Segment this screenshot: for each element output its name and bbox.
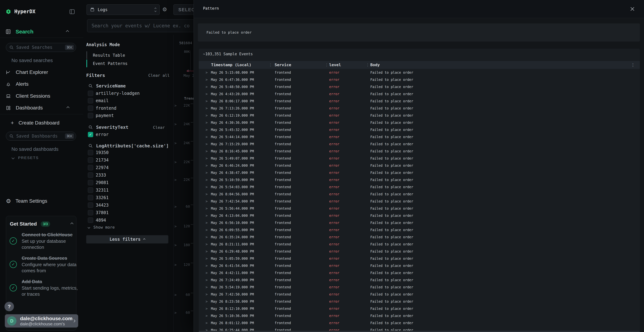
expand-chevron-icon[interactable]: > [174,262,176,267]
saved-searches-input[interactable]: ⌘K [6,43,76,52]
expand-chevron-icon[interactable]: > [206,269,208,276]
table-row[interactable]: > May 26 5:45:32.000 PM frontend error F… [199,126,640,133]
expand-chevron-icon[interactable]: > [206,119,208,126]
filter-checkbox[interactable] [88,113,93,118]
filter-option[interactable]: 4894 [83,216,174,224]
table-row[interactable]: > May 26 7:24:49.000 PM frontend error F… [199,276,640,284]
search-icon[interactable] [88,84,93,88]
trend-row[interactable]: > 22K [174,103,194,107]
show-more-button[interactable]: Show more [88,225,115,230]
table-row[interactable]: > May 26 8:16:45.000 PM frontend error F… [199,148,640,155]
expand-chevron-icon[interactable]: > [174,224,176,228]
expand-chevron-icon[interactable]: > [206,212,208,219]
expand-chevron-icon[interactable]: > [206,83,208,90]
table-row[interactable]: > May 26 5:15:08.000 PM frontend error F… [199,69,640,76]
table-row[interactable]: > May 26 7:13:26.000 PM frontend error F… [199,105,640,112]
filter-option[interactable]: 2333 [83,171,174,179]
expand-chevron-icon[interactable]: > [174,204,176,209]
filter-checkbox[interactable] [88,210,93,215]
expand-chevron-icon[interactable]: > [206,176,208,183]
table-row[interactable]: > May 26 8:06:17.000 PM frontend error F… [199,98,640,105]
table-row[interactable]: > May 26 6:29:48.000 PM frontend error F… [199,248,640,255]
table-row[interactable]: > May 26 4:30:36.000 PM frontend error F… [199,119,640,126]
expand-chevron-icon[interactable]: > [206,98,208,105]
filter-option[interactable]: frontend [83,104,174,112]
filter-option[interactable]: 22974 [83,164,174,171]
table-row[interactable]: > May 26 7:15:29.000 PM frontend error F… [199,140,640,148]
logo[interactable]: HyperDX [6,8,36,14]
filter-checkbox[interactable] [88,195,93,200]
table-row[interactable]: > May 26 6:41:54.000 PM frontend error F… [199,262,640,269]
user-menu[interactable]: D dale@clickhouse.com dale@clickhouse.co… [5,314,78,328]
expand-chevron-icon[interactable]: > [206,319,208,326]
clear-all-filters-button[interactable]: Clear all [148,73,170,78]
trend-row[interactable]: > 60 [174,310,194,314]
chevron-up-icon[interactable] [70,222,74,226]
expand-chevron-icon[interactable]: > [174,293,176,297]
expand-chevron-icon[interactable]: > [206,112,208,119]
filter-option[interactable]: artillery-loadgen [83,90,174,97]
table-row[interactable]: > May 26 6:47:36.000 PM frontend error F… [199,76,640,83]
saved-dashboards-field[interactable] [16,134,65,139]
get-started-item[interactable]: ✓ Add Data Start sending logs, metrics, … [10,278,80,297]
collapse-sidebar-button[interactable] [70,9,75,14]
expand-chevron-icon[interactable]: > [206,248,208,255]
less-filters-button[interactable]: Less filters [86,235,168,244]
filter-option[interactable]: email [83,97,174,105]
table-row[interactable]: > May 26 7:42:54.000 PM frontend error F… [199,198,640,205]
expand-chevron-icon[interactable]: > [206,148,208,155]
table-row[interactable]: > May 26 5:05:59.000 PM frontend error F… [199,255,640,262]
source-select[interactable]: Logs [86,4,160,15]
table-row[interactable]: > May 26 5:10:59.000 PM frontend error F… [199,176,640,183]
expand-chevron-icon[interactable]: > [206,205,208,212]
expand-chevron-icon[interactable]: > [206,291,208,298]
expand-chevron-icon[interactable]: > [206,190,208,198]
trend-row[interactable]: > 60 [174,204,194,208]
table-row[interactable]: > May 26 5:54:19.000 PM frontend error F… [199,284,640,291]
analysis-mode-event-patterns[interactable]: Event Patterns [93,61,128,66]
table-row[interactable]: > May 26 6:12:19.000 PM frontend error F… [199,112,640,119]
filter-checkbox[interactable] [88,158,93,163]
table-row[interactable]: > May 26 6:46:24.000 PM frontend error F… [199,162,640,169]
expand-chevron-icon[interactable]: > [206,276,208,284]
trend-row[interactable]: > 24K [174,122,194,126]
trend-row[interactable]: > 120 [174,262,194,266]
trend-row[interactable]: > 180 [174,243,194,247]
help-button[interactable]: ? [4,302,14,311]
table-row[interactable]: > May 26 6:35:24.000 PM frontend error F… [199,234,640,240]
table-row[interactable]: > May 26 7:42:50.000 PM frontend error F… [199,291,640,298]
presets-toggle[interactable]: PRESETS [12,156,39,160]
filter-checkbox[interactable] [88,188,93,193]
clear-severity-button[interactable]: Clear [153,125,165,130]
table-row[interactable]: > May 26 5:56:44.000 PM frontend error F… [199,205,640,212]
column-header-service[interactable]: Service [274,61,291,69]
expand-chevron-icon[interactable]: > [206,169,208,176]
filter-option[interactable]: 34423 [83,202,174,209]
table-row[interactable]: > May 26 6:09:55.000 PM frontend error F… [199,226,640,234]
get-started-item[interactable]: ✓ Create Data Sources Configure where yo… [10,255,80,274]
saved-dashboards-input[interactable]: ⌘K [6,132,76,140]
analysis-mode-results-table[interactable]: Results Table [93,53,125,58]
filter-checkbox[interactable] [88,98,93,104]
filter-option[interactable]: 32311 [83,186,174,194]
close-button[interactable] [629,5,636,12]
sidebar-item-chart-explorer[interactable]: Chart Explorer [6,70,77,75]
expand-chevron-icon[interactable]: > [206,305,208,312]
column-resize-handle-icon[interactable]: ⋮ [366,61,370,69]
filter-option[interactable]: 21734 [83,156,174,164]
table-row[interactable]: > May 26 5:49:07.000 PM frontend error F… [199,155,640,162]
sidebar-item-dashboards[interactable]: Dashboards [6,105,77,111]
table-row[interactable]: > May 26 8:21:11.000 PM frontend error F… [199,240,640,248]
expand-chevron-icon[interactable]: > [206,126,208,133]
column-header-level[interactable]: level [329,61,341,69]
column-resize-handle-icon[interactable]: ⋮ [325,61,328,69]
saved-searches-field[interactable] [16,45,65,50]
expand-chevron-icon[interactable]: > [206,105,208,112]
filter-checkbox[interactable] [88,91,93,96]
horizontal-scrollbar[interactable] [199,331,640,332]
table-menu-kebab-icon[interactable]: ⋮ [631,61,635,69]
column-header-timestamp[interactable]: Timestamp (Local) [211,61,251,69]
expand-chevron-icon[interactable]: > [206,198,208,205]
filter-checkbox[interactable] [88,106,93,111]
expand-chevron-icon[interactable]: > [206,183,208,190]
